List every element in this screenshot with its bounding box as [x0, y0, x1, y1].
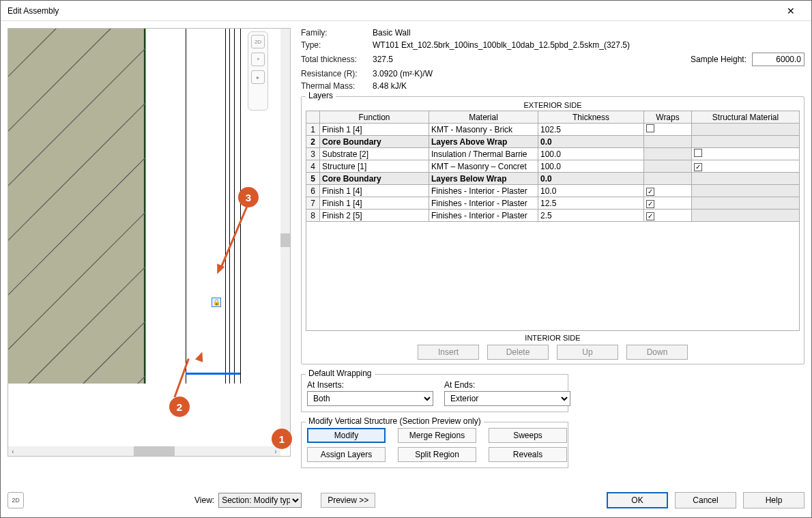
- wall-line-4: [234, 29, 235, 384]
- modify-heading: Modify Vertical Structure (Section Previ…: [306, 416, 484, 426]
- table-row[interactable]: 3Substrate [2]Insulation / Thermal Barri…: [306, 148, 800, 160]
- mass-label: Thermal Mass:: [301, 81, 373, 91]
- scrollbar-horizontal[interactable]: ‹›: [8, 446, 280, 456]
- svg-line-7: [8, 233, 145, 384]
- preview-button[interactable]: Preview >>: [321, 493, 375, 508]
- wrapping-group: Default Wrapping At Inserts: Both At End…: [301, 374, 568, 412]
- reveals-button[interactable]: Reveals: [489, 447, 567, 462]
- svg-line-5: [8, 124, 145, 329]
- split-region-button[interactable]: Split Region: [398, 447, 476, 462]
- assign-layers-button[interactable]: Assign Layers: [307, 447, 386, 462]
- wall-line-2: [225, 29, 226, 384]
- wall-line-5: [240, 29, 241, 384]
- delete-button[interactable]: Delete: [487, 345, 549, 360]
- view-select[interactable]: Section: Modify type: [218, 493, 302, 508]
- ok-button[interactable]: OK: [607, 492, 668, 508]
- toggle-2d-icon[interactable]: 2D: [8, 492, 24, 508]
- viewcube-steer-icon[interactable]: ⌖: [251, 53, 265, 66]
- at-inserts-label: At Inserts:: [307, 380, 433, 390]
- viewcube-home-icon[interactable]: ▸: [251, 70, 265, 84]
- bottom-blue-bar: [186, 373, 240, 375]
- preview-viewport[interactable]: 🔓 2D ⌖ ▸ ‹›: [8, 28, 291, 457]
- family-value: Basic Wall: [373, 28, 691, 38]
- scrollbar-vertical[interactable]: [280, 29, 290, 446]
- table-row[interactable]: 1Finish 1 [4]KMT - Masonry - Brick102.5: [306, 124, 800, 136]
- wall-line-3: [229, 29, 230, 384]
- dialog-title: Edit Assembly: [8, 6, 777, 16]
- wrapping-heading: Default Wrapping: [306, 369, 375, 378]
- modify-group: Modify Vertical Structure (Section Previ…: [301, 422, 568, 468]
- close-icon[interactable]: ✕: [777, 5, 804, 16]
- at-ends-select[interactable]: Exterior: [444, 391, 570, 406]
- table-row[interactable]: 7Finish 1 [4]Finishes - Interior - Plast…: [306, 197, 800, 210]
- thickness-value: 327.5: [373, 55, 691, 64]
- interior-label: INTERIOR SIDE: [306, 334, 800, 342]
- svg-line-2: [8, 29, 145, 165]
- help-button[interactable]: Help: [743, 492, 804, 508]
- annotation-1: 1: [272, 429, 292, 449]
- svg-line-6: [8, 179, 145, 384]
- thickness-label: Total thickness:: [301, 55, 373, 64]
- table-row[interactable]: 4Structure [1]KMT – Masonry – Concret100…: [306, 160, 800, 173]
- layers-heading: Layers: [306, 91, 336, 100]
- wall-edge-green: [145, 29, 146, 384]
- cancel-button[interactable]: Cancel: [675, 492, 736, 508]
- down-button[interactable]: Down: [626, 345, 688, 360]
- annotation-2: 2: [169, 397, 190, 417]
- merge-regions-button[interactable]: Merge Regions: [398, 428, 476, 443]
- up-button[interactable]: Up: [557, 345, 618, 360]
- view-toolbar: 2D ⌖ ▸: [248, 31, 268, 111]
- modify-button[interactable]: Modify: [307, 428, 386, 443]
- sample-height-input[interactable]: [752, 53, 804, 66]
- at-inserts-select[interactable]: Both: [307, 391, 433, 406]
- table-row[interactable]: 2Core BoundaryLayers Above Wrap0.0: [306, 136, 800, 148]
- resistance-label: Resistance (R):: [301, 69, 373, 78]
- svg-line-4: [8, 70, 145, 274]
- insert-button[interactable]: Insert: [418, 345, 479, 360]
- table-row[interactable]: 5Core BoundaryLayers Below Wrap0.0: [306, 173, 800, 185]
- exterior-label: EXTERIOR SIDE: [306, 101, 800, 109]
- layers-table[interactable]: FunctionMaterialThicknessWrapsStructural…: [306, 111, 800, 222]
- viewcube-2d-icon[interactable]: 2D: [251, 35, 265, 48]
- type-label: Type:: [301, 40, 373, 50]
- wall-line-1: [186, 29, 186, 384]
- at-ends-label: At Ends:: [444, 380, 570, 390]
- view-label: View:: [194, 495, 214, 505]
- padlock-icon[interactable]: 🔓: [212, 298, 221, 307]
- table-row[interactable]: 8Finish 2 [5]Finishes - Interior - Plast…: [306, 210, 800, 222]
- wall-layer-brick: [8, 29, 145, 384]
- table-row[interactable]: 6Finish 1 [4]Finishes - Interior - Plast…: [306, 185, 800, 197]
- table-empty-area: [306, 222, 800, 331]
- sweeps-button[interactable]: Sweeps: [489, 428, 567, 443]
- annotation-3: 3: [238, 187, 259, 207]
- sample-height-label: Sample Height:: [691, 55, 746, 64]
- resistance-value: 3.0920 (m²·K)/W: [373, 69, 691, 78]
- mass-value: 8.48 kJ/K: [373, 81, 691, 91]
- layers-group: Layers EXTERIOR SIDE FunctionMaterialThi…: [301, 96, 804, 364]
- type-value: WT101 Ext_102.5brk_100ins_100blk_10dab_1…: [373, 40, 691, 50]
- svg-line-9: [8, 343, 145, 384]
- svg-line-0: [8, 29, 145, 56]
- family-label: Family:: [301, 28, 373, 38]
